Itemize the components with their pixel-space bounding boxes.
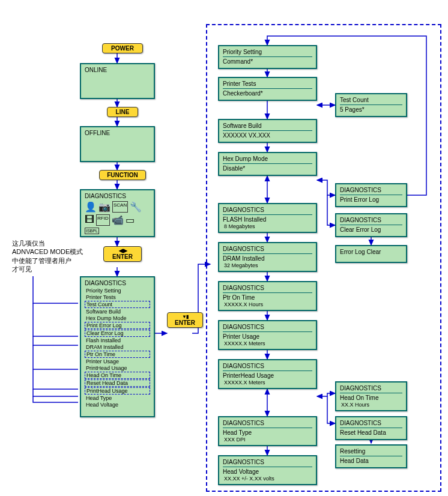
enter2-button[interactable]: ▼▮ ENTER [167, 312, 203, 328]
lr-arrows-icon: ◀▮▶ [109, 248, 136, 253]
head-type-s1: Head Type [223, 428, 312, 436]
function-label: FUNCTION [107, 172, 138, 178]
item-print-err: Print Error Log [85, 322, 150, 329]
camera-icon: 📷 [98, 201, 110, 213]
printer-usage-s2: XXXXX.X Meters [223, 340, 312, 346]
box-printer-tests: Printer Tests Checkerboard* [218, 77, 317, 101]
diag-clear-err-sub: Clear Error Log [340, 225, 402, 233]
head-on-s2: XX.X Hours [340, 402, 402, 408]
rfid-icon: RFID [96, 214, 110, 226]
ph-usage-s2: XXXXX.X Meters [223, 380, 312, 386]
dram-title: DIAGNOSTICS [223, 246, 312, 252]
enter1-label: ENTER [112, 253, 133, 260]
diagnostics-title: DIAGNOSTICS [85, 193, 150, 199]
note-l1: 这几项仅当 [12, 239, 83, 247]
reset-head-sub: Reset Head Data [340, 428, 402, 436]
ph-usage-title: DIAGNOSTICS [223, 363, 312, 369]
sw-build-sub: XXXXXX VX.XXX [223, 130, 312, 139]
item-clear-err: Clear Error Log [85, 330, 150, 337]
item-ptr-on: Ptr On Time [85, 351, 150, 358]
item-software-build: Software Build [85, 309, 150, 315]
box-ph-usage: DIAGNOSTICS PrinterHead Usage XXXXX.X Me… [218, 359, 317, 389]
power-label: POWER [111, 45, 134, 52]
item-printer-usage: Printer Usage [85, 358, 150, 364]
reset-head-title: DIAGNOSTICS [340, 420, 402, 426]
head-type-title: DIAGNOSTICS [223, 420, 312, 426]
head-voltage-s1: Head Voltage [223, 467, 312, 475]
err-clear-title: Error Log Clear [340, 249, 402, 255]
box-hex-dump: Hex Dump Mode Disable* [218, 152, 317, 176]
item-hex-dump: Hex Dump Mode [85, 315, 150, 321]
isbpl-icon: ISBPL [85, 228, 99, 234]
box-software-build: Software Build XXXXXX VX.XXX [218, 119, 317, 143]
item-ph-usage: PrintHead Usage [85, 365, 150, 371]
head-on-title: DIAGNOSTICS [340, 385, 402, 392]
reel-icon: 🎞 [85, 214, 94, 226]
box-flash: DIAGNOSTICS FLASH Installed 8 Megabytes [218, 203, 317, 233]
flash-s1: FLASH Installed [223, 214, 312, 223]
head-type-s2: XXX DPI [223, 437, 312, 443]
function-button[interactable]: FUNCTION [99, 170, 146, 180]
printer-tests-title: Printer Tests [223, 80, 312, 87]
power-button[interactable]: POWER [102, 43, 143, 53]
box-diag-print-err: DIAGNOSTICS Print Error Log [335, 183, 407, 207]
box-head-on: DIAGNOSTICS Head On Time XX.X Hours [335, 381, 407, 411]
box-icon: ▭ [126, 214, 135, 226]
down-arrows-icon: ▼▮ [172, 314, 198, 319]
visibility-note: 这几项仅当 ADNVACED MODE模式 中使能了管理者用户 才可见 [12, 239, 83, 273]
line-button[interactable]: LINE [107, 107, 138, 117]
printer-usage-title: DIAGNOSTICS [223, 324, 312, 330]
offline-label: OFFLINE [85, 130, 150, 136]
item-head-type: Head Type [85, 395, 150, 401]
priority-title: Priority Setting [223, 49, 312, 55]
flash-title: DIAGNOSTICS [223, 207, 312, 213]
item-test-count: Test Count [85, 301, 150, 308]
item-priority: Priority Setting [85, 288, 150, 294]
item-printer-tests: Printer Tests [85, 294, 150, 300]
ptr-on-s2: XXXXX.X Hours [223, 301, 312, 307]
item-head-voltage: Head Voltage [85, 402, 150, 408]
box-priority-setting: Priority Setting Command* [218, 45, 317, 69]
box-dram: DIAGNOSTICS DRAM Installed 32 Megabytes [218, 242, 317, 272]
head-on-s1: Head On Time [340, 393, 402, 401]
item-ph-usage2: PrintHead Usage [85, 387, 150, 395]
cam2-icon: 📹 [112, 214, 124, 226]
diag-print-err-sub: Print Error Log [340, 195, 402, 203]
note-l3: 中使能了管理者用户 [12, 256, 83, 265]
priority-sub: Command* [223, 56, 312, 65]
sw-build-title: Software Build [223, 122, 312, 129]
test-count-title: Test Count [340, 97, 402, 103]
note-l4: 才可见 [12, 265, 83, 273]
enter1-button[interactable]: ◀▮▶ ENTER [103, 246, 142, 262]
printer-tests-sub: Checkerboard* [223, 88, 312, 97]
diagnostics-list-box: DIAGNOSTICS Priority Setting Printer Tes… [80, 276, 155, 417]
dram-s1: DRAM Installed [223, 253, 312, 262]
diagnostics-icons-box: DIAGNOSTICS 👤 📷 SCAN 🔧 🎞 RFID 📹 ▭ ISBPL [80, 189, 155, 237]
line-label: LINE [116, 109, 130, 115]
ptr-on-s1: Ptr On Time [223, 292, 312, 301]
head-voltage-title: DIAGNOSTICS [223, 459, 312, 465]
box-head-type: DIAGNOSTICS Head Type XXX DPI [218, 416, 317, 446]
item-flash: Flash Installed [85, 337, 150, 343]
ph-usage-s1: PrinterHead Usage [223, 370, 312, 379]
box-err-clear: Error Log Clear [335, 245, 407, 263]
online-box: ONLINE [80, 63, 155, 99]
box-ptr-on: DIAGNOSTICS Ptr On Time XXXXX.X Hours [218, 281, 317, 311]
item-reset-head: Reset Head Data [85, 380, 150, 387]
box-reset-head: DIAGNOSTICS Reset Head Data [335, 416, 407, 440]
test-count-sub: 5 Pages* [340, 104, 402, 113]
box-printer-usage: DIAGNOSTICS Printer Usage XXXXX.X Meters [218, 320, 317, 350]
box-resetting: Resetting Head Data [335, 444, 407, 468]
tool-icon: 🔧 [130, 201, 142, 213]
hex-dump-title: Hex Dump Mode [223, 156, 312, 162]
diag-clear-err-title: DIAGNOSTICS [340, 217, 402, 223]
diag-print-err-title: DIAGNOSTICS [340, 187, 402, 193]
item-dram: DRAM Installed [85, 344, 150, 350]
person-icon: 👤 [85, 201, 97, 213]
head-voltage-s2: XX.XX +/- X.XX volts [223, 476, 312, 482]
offline-box: OFFLINE [80, 126, 155, 162]
scan-icon: SCAN [112, 201, 128, 213]
box-head-voltage: DIAGNOSTICS Head Voltage XX.XX +/- X.XX … [218, 455, 317, 485]
box-diag-clear-err: DIAGNOSTICS Clear Error Log [335, 213, 407, 237]
ptr-on-title: DIAGNOSTICS [223, 285, 312, 291]
